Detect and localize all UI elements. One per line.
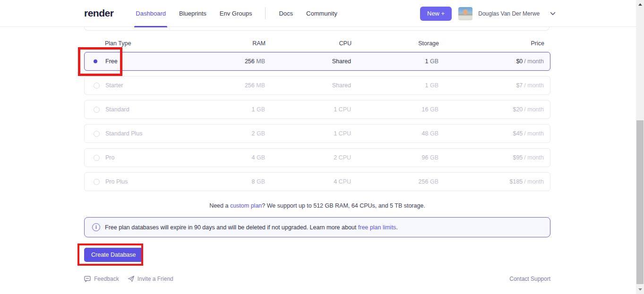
cpu-cell: 2 CPU [265,154,351,161]
banner-period: . [396,224,397,231]
invite-label: Invite a Friend [137,276,173,282]
radio-button[interactable] [94,59,97,63]
price-per: / month [524,130,544,137]
storage-cell: 256 GB [351,178,438,185]
feedback-label: Feedback [94,276,119,282]
custom-plan-note: Need a custom plan? We support up to 512… [84,202,550,209]
custom-plan-prefix: Need a [209,202,230,209]
ram-cell: 256 MB [180,82,265,89]
storage-cell: 48 GB [351,130,438,137]
invite-a-friend-button[interactable]: Invite a Friend [128,276,173,282]
storage-cell: 1 GB [351,58,438,65]
price-per: / month [524,106,544,113]
ram-cell: 8 GB [180,178,265,185]
main-content: Plan TypeRAMCPUStoragePrice Free 256 MB … [84,0,550,294]
paper-plane-icon [128,276,135,282]
price-per: / month [524,82,544,89]
price-value: $185 [510,178,523,185]
cpu-cell: 1 CPU [265,130,351,137]
price-per: / month [524,58,544,65]
column-header-storage: Storage [352,40,439,47]
plan-table-rows: Free 256 MB Shared 1 GB $0/ month Starte… [84,52,550,196]
column-header-ram: RAM [180,40,266,47]
price-value: $20 [513,106,523,113]
price-cell: $7/ month [438,82,544,89]
price-value: $0 [516,58,523,65]
footer: Feedback Invite a Friend Contact Support [84,275,550,283]
feedback-button[interactable]: Feedback [84,276,119,282]
radio-button[interactable] [94,155,100,161]
price-cell: $0/ month [438,58,544,65]
price-value: $45 [513,130,523,137]
free-plan-banner: i Free plan databases will expire in 90 … [84,217,550,237]
render-dashboard-page: render DashboardBlueprintsEnv GroupsDocs… [0,0,644,294]
scroll-up-arrow[interactable] [636,1,644,8]
price-cell: $20/ month [438,106,544,113]
storage-cell: 16 GB [351,106,438,113]
chevron-down-icon[interactable] [550,12,556,16]
price-per: / month [524,178,544,185]
plan-row[interactable]: Standard 1 GB 1 CPU 16 GB $20/ month [84,100,550,119]
create-database-button[interactable]: Create Database [84,248,143,262]
custom-plan-suffix: ? We support up to 512 GB RAM, 64 CPUs, … [262,202,425,209]
ram-cell: 1 GB [180,106,265,113]
ram-cell: 256 MB [180,58,265,65]
radio-button[interactable] [94,83,100,89]
column-header-cpu: CPU [266,40,352,47]
scrollbar-thumb[interactable] [636,120,644,284]
radio-button[interactable] [94,107,100,113]
cpu-cell: 1 CPU [265,106,351,113]
previous-section-bottom-edge [84,26,550,31]
plan-row[interactable]: Free 256 MB Shared 1 GB $0/ month [84,52,550,71]
column-header-plan-type: Plan Type [105,40,180,47]
scroll-down-arrow[interactable] [636,286,644,293]
contact-support-link[interactable]: Contact Support [509,276,550,282]
plan-name: Standard [104,106,180,113]
feedback-icon [84,276,91,282]
plan-row[interactable]: Pro Plus 8 GB 4 CPU 256 GB $185/ month [84,172,550,191]
plan-name: Free [104,58,180,65]
radio-button[interactable] [94,179,100,185]
price-per: / month [524,154,544,161]
vertical-scrollbar[interactable] [636,0,644,294]
ram-cell: 4 GB [180,154,265,161]
plan-row[interactable]: Pro 4 GB 2 CPU 96 GB $95/ month [84,148,550,167]
info-icon: i [92,223,100,231]
storage-cell: 96 GB [351,154,438,161]
price-cell: $95/ month [438,154,544,161]
plan-row[interactable]: Starter 256 MB Shared 1 GB $7/ month [84,76,550,95]
storage-cell: 1 GB [351,82,438,89]
plan-table-header: Plan TypeRAMCPUStoragePrice [84,40,550,47]
plan-name: Pro Plus [104,178,180,185]
cpu-cell: Shared [265,58,351,65]
cpu-cell: 4 CPU [265,178,351,185]
plan-row[interactable]: Standard Plus 2 GB 1 CPU 48 GB $45/ mont… [84,124,550,143]
free-plan-limits-link[interactable]: free plan limits [358,224,396,231]
price-cell: $45/ month [438,130,544,137]
plan-name: Starter [104,82,180,89]
column-header-price: Price [439,40,544,47]
banner-text: Free plan databases will expire in 90 da… [105,224,398,231]
radio-button[interactable] [94,131,100,137]
plan-name: Standard Plus [104,130,180,137]
plan-name: Pro [104,154,180,161]
price-value: $7 [516,82,523,89]
price-cell: $185/ month [438,178,544,185]
ram-cell: 2 GB [180,130,265,137]
cpu-cell: Shared [265,82,351,89]
banner-message: Free plan databases will expire in 90 da… [105,224,358,231]
price-value: $95 [513,154,523,161]
custom-plan-link[interactable]: custom plan [230,202,262,209]
